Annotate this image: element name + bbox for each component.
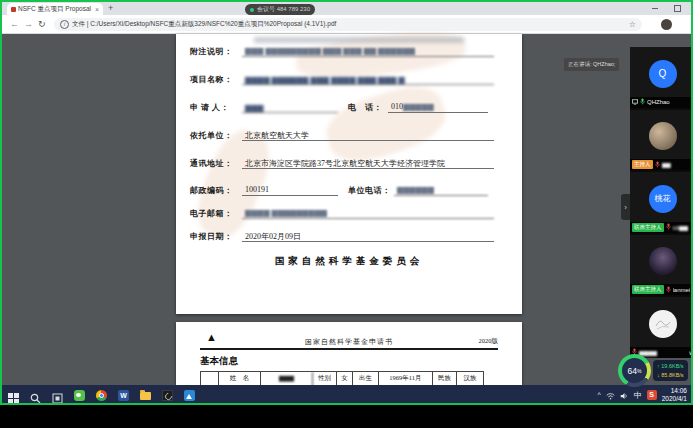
gauge-percent: 64 [628, 366, 637, 376]
pdf-favicon-icon [11, 7, 16, 12]
field-label: 通讯地址： [190, 158, 242, 169]
page1-footer-org: 国家自然科学基金委员会 [176, 255, 522, 268]
mic-icon [640, 98, 645, 106]
field-value-redacted: ▆▆▆▆ ▆▆▆▆▆▆▆▆▆ [242, 208, 494, 219]
form-row-postcode: 邮政编码：100191单位电话：▆▆▆▆▆▆ [190, 185, 488, 198]
address-bar[interactable]: i 文件 | C:/Users/Xi/Desktop/NSFC重点新版329/N… [54, 18, 642, 31]
browser-tab[interactable]: NSFC 重点项目 Proposal (4.1V × [7, 3, 103, 15]
chrome-icon[interactable] [96, 390, 107, 401]
host-badge: 主持人 [632, 160, 653, 169]
network-speeds: ↑ 19.6KB/s ↓ 85.8KB/s [653, 360, 688, 381]
table-cell: 汉族 [457, 372, 483, 385]
field-value: 北京市海淀区学院路37号北京航空航天大学经济管理学院 [242, 158, 494, 169]
search-icon[interactable] [30, 390, 41, 401]
cohost-badge: 联席主持人 [632, 285, 664, 294]
table-cell: 女 [337, 372, 353, 385]
meeting-live-dot-icon [250, 8, 254, 12]
tile-name-bar: 联席主持人 b9▆▆ [630, 222, 693, 233]
mic-muted-icon [666, 286, 671, 294]
taskbar-clock[interactable]: 14:06 2020/4/1 [662, 387, 687, 403]
new-tab-button[interactable]: + [108, 3, 113, 13]
window-maximize-button[interactable] [674, 5, 681, 12]
avatar: Q [649, 60, 677, 88]
file-explorer-icon[interactable] [140, 392, 151, 400]
tray-expand-chevron[interactable]: ^ [597, 391, 600, 399]
memory-gauge[interactable]: 64% [618, 354, 651, 387]
forward-button[interactable]: → [24, 19, 33, 29]
pdf-page-2: ▲ 国家自然科学基金申请书 2020版 基本信息 姓 名 ▆▆▆ 性别 女 出生… [176, 322, 522, 385]
meeting-id-text: 会议号 484 789 230 [257, 5, 310, 14]
page-info-icon[interactable]: i [60, 20, 69, 29]
chevron-down-icon[interactable]: ∨ [689, 349, 693, 356]
table-cell: 1969年11月 [379, 372, 433, 385]
screen-share-icon [632, 99, 638, 106]
field-value: 2020年02月09日 [242, 231, 494, 242]
video-tile-lanmei[interactable]: 联席主持人 lanmei [630, 235, 693, 296]
tab-close-icon[interactable]: × [95, 6, 99, 13]
word-icon[interactable]: W [118, 390, 129, 401]
table-cell: 姓 名 [219, 372, 261, 385]
field-label: 电 话： [348, 102, 388, 113]
clock-date: 2020/4/1 [662, 395, 687, 403]
wifi-icon[interactable] [606, 386, 615, 404]
ime-indicator[interactable]: 中 [634, 390, 642, 401]
performance-monitor-widget[interactable]: 64% ↑ 19.6KB/s ↓ 85.8KB/s [618, 354, 688, 387]
field-label: 项目名称： [190, 74, 242, 85]
volume-icon[interactable] [620, 386, 629, 404]
windows-taskbar: W ^ 中 S 14:06 2020/4/1 [2, 385, 691, 405]
form-row-note: 附注说明：▆▆▆ ▆▆▆▆▆▆▆▆▆ ▆▆▆ ▆▆▆ ▆▆ ▆▆▆▆▆▆ [190, 46, 494, 59]
field-label: 申 请 人： [190, 102, 242, 113]
field-label: 邮政编码： [190, 185, 242, 196]
browser-toolbar: ← → ↻ i 文件 | C:/Users/Xi/Desktop/NSFC重点新… [2, 15, 691, 34]
back-button[interactable]: ← [10, 19, 19, 29]
mic-muted-icon [655, 161, 660, 169]
download-arrow-icon: ↓ [657, 372, 660, 378]
browser-profile-avatar[interactable] [661, 19, 672, 30]
task-view-button[interactable] [52, 390, 63, 401]
field-value-phone: 010▆▆▆▆▆ [388, 102, 488, 113]
mic-muted-icon [666, 223, 671, 231]
table-cell-redacted: ▆▆▆ [261, 372, 313, 385]
start-button[interactable] [8, 390, 19, 401]
pdf-page-1: 附注说明：▆▆▆ ▆▆▆▆▆▆▆▆▆ ▆▆▆ ▆▆▆ ▆▆ ▆▆▆▆▆▆ 项目名… [176, 34, 522, 314]
photos-app-icon[interactable] [184, 390, 195, 401]
clock-time: 14:06 [662, 387, 687, 395]
form-row-email: 电子邮箱：▆▆▆▆ ▆▆▆▆▆▆▆▆▆ [190, 208, 494, 221]
field-label: 单位电话： [348, 185, 394, 196]
video-tile-last[interactable]: ▆▆▆▆ ∨ [630, 297, 693, 358]
participant-name: b9▆▆ [673, 224, 689, 231]
table-cell: 民族 [433, 372, 457, 385]
table-cell: 出生 [353, 372, 379, 385]
sogou-input-icon[interactable]: S [647, 390, 657, 400]
shared-desktop: NSFC 重点项目 Proposal (4.1V × + ← → ↻ i 文件 … [0, 0, 693, 405]
url-text: 文件 | C:/Users/Xi/Desktop/NSFC重点新版329/NSF… [72, 20, 626, 29]
upload-speed: 19.6KB/s [661, 363, 683, 369]
table-cell: 性别 [313, 372, 337, 385]
header-rule [200, 348, 498, 350]
upload-arrow-icon: ↑ [657, 363, 660, 369]
field-value-redacted: ▆▆▆ [242, 102, 338, 113]
participant-name: QHZhao [647, 99, 670, 105]
wechat-icon[interactable] [74, 390, 85, 401]
form-row-project-title: 项目名称：▆▆▆▆ ▆▆▆▆▆▆ ▆▆▆ ▆▆▆▆ ▆▆▆ ▆▆▆ ▆ [190, 74, 494, 87]
gauge-percent-sign: % [637, 368, 641, 374]
bookmark-star-icon[interactable]: ☆ [629, 20, 636, 29]
meeting-app-icon[interactable] [162, 390, 173, 401]
pdf-viewer-area[interactable]: 附注说明：▆▆▆ ▆▆▆▆▆▆▆▆▆ ▆▆▆ ▆▆▆ ▆▆ ▆▆▆▆▆▆ 项目名… [2, 34, 691, 385]
avatar [649, 247, 677, 275]
avatar [649, 122, 677, 150]
field-label: 申报日期： [190, 231, 242, 242]
clipped-text-row [254, 37, 464, 43]
video-tile-taohua[interactable]: 桃花 联席主持人 b9▆▆ [630, 172, 693, 233]
video-tile-qhzhao[interactable]: Q QHZhao [630, 47, 693, 108]
download-speed: 85.8KB/s [661, 372, 683, 378]
page2-header-title: 国家自然科学基金申请书 [176, 337, 522, 347]
video-tile-host[interactable]: 主持人 ▆▆ [630, 110, 693, 171]
panel-collapse-handle[interactable]: › [621, 194, 630, 220]
field-label: 电子邮箱： [190, 208, 242, 219]
window-minimize-button[interactable] [652, 8, 658, 9]
reload-button[interactable]: ↻ [38, 19, 46, 29]
field-label: 附注说明： [190, 46, 242, 57]
meeting-id-pill[interactable]: 会议号 484 789 230 [245, 4, 315, 15]
tile-name-bar: 联席主持人 lanmei [630, 284, 693, 295]
